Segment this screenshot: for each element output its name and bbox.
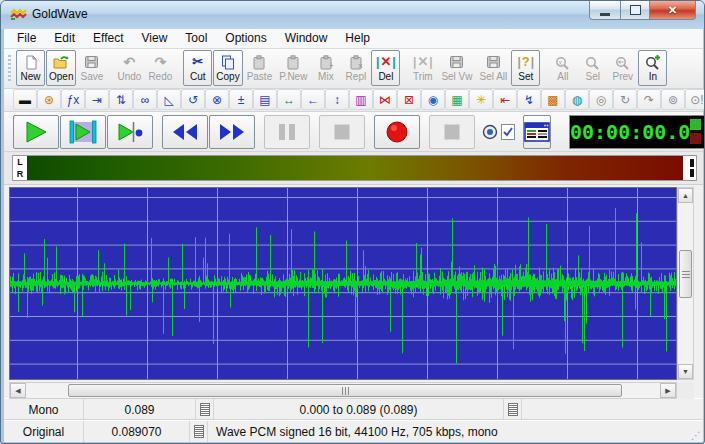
mechanize-icon[interactable]: ⊗ xyxy=(205,89,229,110)
play-all-button[interactable] xyxy=(60,115,106,149)
spectrum-icon[interactable]: ▦ xyxy=(445,89,469,110)
toolbar-button-label: Del xyxy=(378,71,393,82)
fade-out-knob-icon[interactable]: ↷ xyxy=(637,89,661,110)
control-properties-button[interactable] xyxy=(523,115,551,149)
offset-icon[interactable]: ⇥ xyxy=(85,89,109,110)
play-button[interactable] xyxy=(13,115,59,149)
interpolate-icon[interactable]: ↯ xyxy=(517,89,541,110)
save-button: Save xyxy=(77,50,106,86)
scroll-down-button[interactable]: ▼ xyxy=(678,364,693,379)
zoom-previous-button: Prev xyxy=(608,50,637,86)
new-button[interactable]: New xyxy=(16,50,45,86)
menu-edit[interactable]: Edit xyxy=(45,29,84,47)
title-bar[interactable]: GoldWave ✕ xyxy=(1,1,704,29)
mixer-icon[interactable]: ▥ xyxy=(349,89,373,110)
scroll-left-button[interactable]: ◀ xyxy=(10,383,26,398)
status-filler xyxy=(522,399,703,420)
match-knob-icon[interactable]: ⊚ xyxy=(661,89,685,110)
status-bar-selection: Mono 0.089 0.000 to 0.089 (0.089) xyxy=(4,398,703,420)
scroll-right-button[interactable]: ▶ xyxy=(660,383,676,398)
record-monitor-icon xyxy=(482,124,498,140)
zoom-in-button[interactable]: In xyxy=(638,50,667,86)
close-button[interactable]: ✕ xyxy=(650,1,696,20)
mute-icon[interactable]: ⊠ xyxy=(397,89,421,110)
menu-window[interactable]: Window xyxy=(276,29,337,47)
boost-knob-icon[interactable]: ⊙! xyxy=(685,89,705,110)
length-status: 0.089070 xyxy=(84,421,190,442)
fade-icon[interactable]: ◺ xyxy=(157,89,181,110)
menu-options[interactable]: Options xyxy=(216,29,275,47)
flip-icon[interactable]: ↕ xyxy=(325,89,349,110)
waveform-display[interactable] xyxy=(9,187,677,380)
vertical-scroll-thumb[interactable] xyxy=(679,250,692,298)
selection-menu-icon[interactable] xyxy=(504,399,522,420)
time-display: 00:00:00.0 xyxy=(569,115,705,149)
menu-file[interactable]: File xyxy=(8,29,45,47)
maximize-button[interactable] xyxy=(620,1,650,20)
smoother-icon[interactable]: ◍ xyxy=(565,89,589,110)
paste-button: Paste xyxy=(244,50,276,86)
menu-help[interactable]: Help xyxy=(336,29,379,47)
volume-knob-icon[interactable]: ◎ xyxy=(589,89,613,110)
resize-grip[interactable]: ⋰ xyxy=(687,421,703,442)
position-menu-icon[interactable] xyxy=(196,399,214,420)
pitch-icon[interactable]: ⇅ xyxy=(109,89,133,110)
toolbar-button-label: Undo xyxy=(117,71,141,82)
toolbar-button-label: Save xyxy=(81,71,104,82)
stop-button xyxy=(319,115,365,149)
noise-reduction-icon[interactable]: ✳ xyxy=(469,89,493,110)
file-format-status: Wave PCM signed 16 bit, 44100 Hz, 705 kb… xyxy=(208,421,687,442)
time-stretch-icon[interactable]: ↔ xyxy=(277,89,301,110)
doppler-icon[interactable]: ⊛ xyxy=(37,89,61,110)
scroll-up-button[interactable]: ▲ xyxy=(678,188,693,203)
toolbar-button-label: Prev xyxy=(613,71,634,82)
view-icon[interactable]: ◉ xyxy=(421,89,445,110)
cut-button[interactable]: ✂Cut xyxy=(183,50,212,86)
time-readout: 00:00:00.0 xyxy=(570,120,690,144)
selection-status: 0.000 to 0.089 (0.089) xyxy=(214,399,504,420)
record-button[interactable] xyxy=(374,115,420,149)
toolbar-button-label: Sel All xyxy=(480,71,508,82)
set-button[interactable]: |?|Set xyxy=(511,50,540,86)
selvw-icon xyxy=(449,54,464,70)
max-match-icon[interactable]: ⋈ xyxy=(373,89,397,110)
reverse-icon[interactable]: ↺ xyxy=(181,89,205,110)
monitor-checkbox[interactable] xyxy=(501,124,515,140)
replace-button: xRepl xyxy=(341,50,370,86)
volume-icon[interactable]: ▬ xyxy=(13,89,37,110)
effects-toolbar: ▬⊛ƒx⇥⇅∞◺↺⊗±▤↔←↕▥⋈⊠◉▦✳⇤↯▩◍◎↻↷⊚⊙!∞ xyxy=(4,89,703,112)
paste-icon xyxy=(251,54,267,70)
fade-in-knob-icon[interactable]: ↻ xyxy=(613,89,637,110)
toolbar-grip[interactable] xyxy=(8,55,11,82)
format-menu-icon[interactable] xyxy=(190,421,208,442)
expression-icon[interactable]: ƒx xyxy=(61,89,85,110)
shift-left-icon[interactable]: ← xyxy=(301,89,325,110)
menu-tool[interactable]: Tool xyxy=(176,29,216,47)
delete-button[interactable]: |✕|Del xyxy=(371,50,400,86)
invert-icon[interactable]: ± xyxy=(229,89,253,110)
spectrogram-icon[interactable]: ▩ xyxy=(541,89,565,110)
play-from-marker-button[interactable] xyxy=(107,115,153,149)
menu-view[interactable]: View xyxy=(133,29,177,47)
svg-text:x: x xyxy=(559,58,563,65)
minimize-button[interactable] xyxy=(589,1,620,20)
svg-text:+: + xyxy=(329,61,334,70)
vertical-scrollbar[interactable]: ▲ ▼ xyxy=(677,187,694,380)
fast-forward-button[interactable] xyxy=(209,115,255,149)
open-button[interactable]: Open xyxy=(46,50,76,86)
save-icon xyxy=(84,54,99,70)
horizontal-scroll-thumb[interactable] xyxy=(68,384,622,397)
menu-effect[interactable]: Effect xyxy=(84,29,132,47)
select-all-button: Sel All xyxy=(477,50,511,86)
toolbar-button-label: Copy xyxy=(216,71,239,82)
redo-button: ↷Redo xyxy=(145,50,175,86)
zoom-selection-button: Sel xyxy=(578,50,607,86)
zoomsel-icon xyxy=(584,54,601,70)
horizontal-scrollbar[interactable]: ◀ ▶ xyxy=(9,382,677,399)
rewind-button[interactable] xyxy=(162,115,208,149)
echo-icon[interactable]: ∞ xyxy=(133,89,157,110)
copy-button[interactable]: Copy xyxy=(213,50,242,86)
meter-channel-labels: L R xyxy=(12,155,27,181)
trim-start-icon[interactable]: ⇤ xyxy=(493,89,517,110)
equalizer-icon[interactable]: ▤ xyxy=(253,89,277,110)
